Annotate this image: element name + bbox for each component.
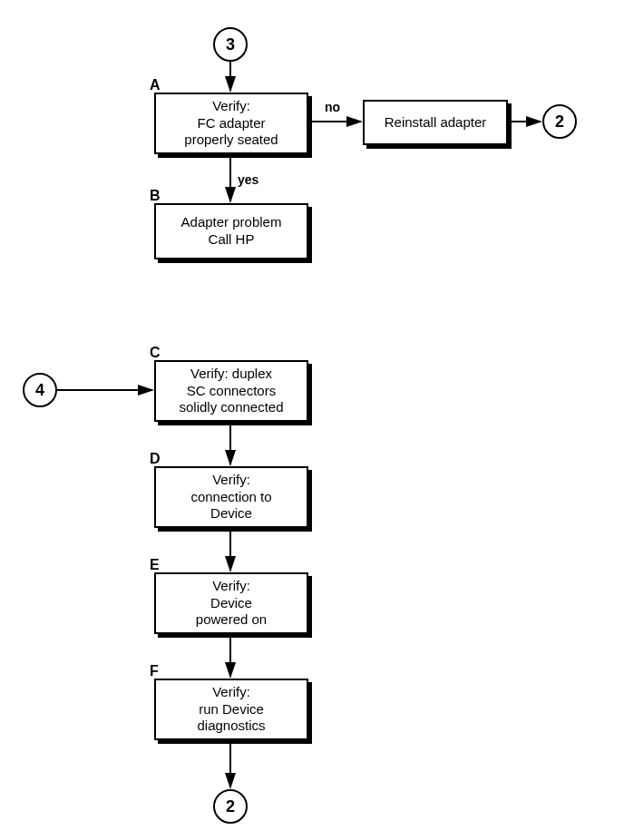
edge-yes: yes [238,172,258,187]
label-F: F [150,663,159,679]
box-verify-connection: Verify: connection to Device [154,466,308,528]
box-reinstall-adapter: Reinstall adapter [363,100,508,145]
box-text: Verify: duplex SC connectors solidly con… [179,366,283,416]
box-text: Verify: Device powered on [196,578,267,629]
connector-4: 4 [23,373,57,407]
box-text: Reinstall adapter [385,114,487,132]
box-text: Verify: run Device diagnostics [197,684,265,735]
connector-3: 3 [213,27,248,62]
box-verify-fc-adapter: Verify: FC adapter properly seated [154,93,308,154]
connector-2-right: 2 [542,104,577,139]
label-C: C [150,345,161,361]
box-adapter-problem: Adapter problem Call HP [154,203,308,259]
box-verify-power: Verify: Device powered on [154,572,308,634]
label-D: D [150,451,161,467]
label-E: E [150,557,160,573]
label-B: B [150,188,161,204]
edge-no: no [325,100,340,114]
box-text: Verify: connection to Device [190,472,271,523]
box-text: Adapter problem Call HP [181,214,282,249]
connector-2-bottom: 2 [213,789,248,824]
flowchart: 3 4 2 2 A Verify: FC adapter properly se… [0,0,624,840]
arrows [0,0,624,840]
box-text: Verify: FC adapter properly seated [184,98,278,149]
label-A: A [150,77,161,93]
box-verify-duplex: Verify: duplex SC connectors solidly con… [154,360,308,422]
box-verify-diagnostics: Verify: run Device diagnostics [154,679,308,740]
